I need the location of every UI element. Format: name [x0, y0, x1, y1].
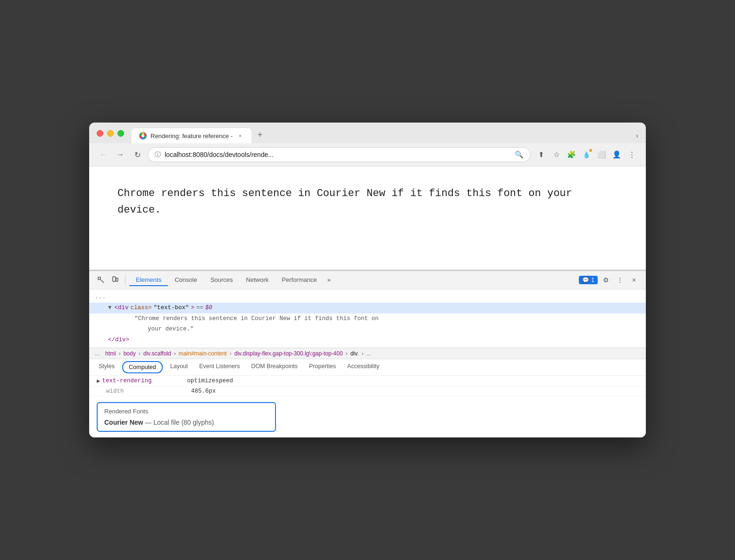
active-tab[interactable]: Rendering: feature reference - × [132, 128, 251, 143]
breadcrumb-body[interactable]: body [124, 350, 136, 357]
share-icon[interactable]: ⬆ [535, 148, 548, 161]
styles-tab-dom-breakpoints[interactable]: DOM Breakpoints [245, 359, 303, 375]
dom-collapse-arrow[interactable]: ▼ [108, 304, 112, 313]
badge-count: 1 [591, 277, 594, 283]
account-icon[interactable]: 👤 [610, 148, 623, 161]
devtools-close-icon[interactable]: × [628, 274, 640, 286]
dom-tag-close: > [191, 304, 195, 313]
breadcrumb-trailing-ellipsis: ... [366, 350, 371, 357]
breadcrumb-div-scaffold[interactable]: div.scaffold [143, 350, 171, 357]
svg-point-2 [142, 134, 144, 137]
svg-line-4 [101, 280, 104, 283]
styles-tab-computed[interactable]: Computed [122, 361, 163, 373]
minimize-traffic-light[interactable] [107, 130, 114, 137]
css-expand-arrow[interactable]: ▶ [97, 377, 100, 385]
page-content: Chrome renders this sentence in Courier … [89, 166, 646, 270]
devtools-tab-console[interactable]: Console [168, 274, 204, 286]
address-bar[interactable]: ⓘ localhost:8080/docs/devtools/rende... … [148, 147, 531, 162]
page-text: Chrome renders this sentence in Courier … [117, 185, 618, 218]
info-icon: ⓘ [155, 150, 161, 159]
chat-icon: 💬 [582, 277, 589, 283]
tabs-area: Rendering: feature reference - × + › [132, 128, 638, 143]
breadcrumb-html[interactable]: html [105, 350, 116, 357]
title-bar: Rendering: feature reference - × + › [89, 123, 646, 143]
css-property-text-rendering: ▶ text-rendering optimizespeed [89, 376, 646, 387]
extensions-icon[interactable]: 🧩 [565, 148, 578, 161]
styles-tab-layout[interactable]: Layout [165, 359, 194, 375]
styles-tab-accessibility[interactable]: Accessibility [342, 359, 385, 375]
forward-button[interactable]: → [114, 148, 127, 161]
devtools-settings-icon[interactable]: ⚙ [600, 274, 612, 286]
new-tab-button[interactable]: + [253, 128, 267, 141]
dom-ellipsis-dots: ... [95, 292, 106, 302]
breadcrumb-bar: ... html › body › div.scaffold › main#ma… [89, 348, 646, 359]
rendered-fonts-title: Rendered Fonts [104, 408, 268, 415]
font-details: — Local file (80 glyphs) [145, 419, 214, 426]
css-prop-value-width: 485.6px [191, 388, 216, 395]
svg-rect-5 [113, 277, 116, 281]
devtools-tab-network[interactable]: Network [240, 274, 276, 286]
devtools-more-tabs[interactable]: » [324, 274, 334, 286]
devtools-tabs: Elements Console Sources Network Perform… [129, 274, 577, 286]
devtools-menu-icon[interactable]: ⋮ [614, 274, 626, 286]
toolbar-actions: ⬆ ☆ 🧩 💧 ⬜ 👤 ⋮ [535, 148, 638, 161]
svg-rect-3 [98, 277, 100, 280]
devtools-tab-performance[interactable]: Performance [275, 274, 323, 286]
dom-tree: ... ▼ <div class= "text-box" > == $0 "Ch… [89, 289, 646, 348]
devtools-toolbar: Elements Console Sources Network Perform… [89, 271, 646, 289]
css-prop-value-text-rendering: optimizespeed [187, 378, 234, 384]
dom-tag-open: <div [115, 304, 129, 313]
rendered-fonts-container: Rendered Fonts Courier New — Local file … [89, 396, 646, 437]
traffic-lights [97, 130, 124, 143]
styles-tab-styles[interactable]: Styles [93, 359, 120, 375]
split-view-icon[interactable]: ⬜ [595, 148, 608, 161]
breadcrumb-div-flex[interactable]: div.display-flex.gap-top-300.lg\:gap-top… [234, 350, 343, 357]
svg-rect-6 [116, 278, 118, 281]
dt-separator-1 [125, 275, 125, 285]
browser-window: Rendering: feature reference - × + › ← →… [89, 123, 646, 437]
rendered-fonts-box: Rendered Fonts Courier New — Local file … [97, 402, 276, 432]
dom-close-div: </div> [108, 336, 129, 345]
devtools-panel: Elements Console Sources Network Perform… [89, 270, 646, 437]
dom-row-ellipsis: ... [89, 291, 646, 303]
css-property-width: width 485.6px [89, 387, 646, 396]
devtools-inspect-icon[interactable] [95, 274, 107, 286]
devtools-tab-sources[interactable]: Sources [204, 274, 240, 286]
devtools-badge[interactable]: 💬 1 [579, 276, 598, 284]
tab-title: Rendering: feature reference - [150, 132, 233, 140]
browser-toolbar: ← → ↻ ⓘ localhost:8080/docs/devtools/ren… [89, 143, 646, 166]
dom-text-content-2: your device." [148, 325, 194, 334]
styles-panel: Styles Computed Layout Event Listeners D… [89, 359, 646, 437]
chrome-favicon-icon [139, 132, 147, 140]
bookmark-icon[interactable]: ☆ [550, 148, 563, 161]
zoom-icon: 🔍 [515, 150, 524, 159]
back-button[interactable]: ← [97, 148, 110, 161]
breadcrumb-div[interactable]: div. [351, 350, 359, 357]
dom-attr-class: class= [131, 304, 152, 313]
devtools-actions: 💬 1 ⚙ ⋮ × [579, 274, 640, 286]
dom-attr-value-class: "text-box" [154, 304, 189, 313]
tab-chevron-button[interactable]: › [636, 132, 638, 143]
styles-tabs: Styles Computed Layout Event Listeners D… [89, 359, 646, 376]
dom-dollar-zero: $0 [205, 304, 212, 313]
breadcrumb-ellipsis: ... [95, 350, 100, 357]
url-display: localhost:8080/docs/devtools/rende... [165, 151, 511, 158]
dom-row-text: "Chrome renders this sentence in Courier… [89, 313, 646, 324]
chrome-menu-icon[interactable]: ⋮ [625, 148, 638, 161]
dom-row-selected[interactable]: ▼ <div class= "text-box" > == $0 [89, 303, 646, 313]
close-traffic-light[interactable] [97, 130, 103, 137]
css-prop-name-width: width [106, 388, 191, 395]
devtools-device-icon[interactable] [109, 274, 121, 286]
dom-row-close-tag: </div> [89, 335, 646, 346]
reload-button[interactable]: ↻ [131, 148, 144, 161]
breadcrumb-main[interactable]: main#main-content [179, 350, 227, 357]
tab-close-button[interactable]: × [236, 132, 244, 140]
font-name: Courier New [104, 419, 143, 426]
styles-tab-event-listeners[interactable]: Event Listeners [193, 359, 245, 375]
dropper-icon[interactable]: 💧 [580, 148, 593, 161]
dom-row-text-2: your device." [89, 324, 646, 335]
styles-tab-properties[interactable]: Properties [303, 359, 342, 375]
rendered-fonts-entry: Courier New — Local file (80 glyphs) [104, 419, 268, 426]
devtools-tab-elements[interactable]: Elements [129, 274, 168, 286]
maximize-traffic-light[interactable] [117, 130, 124, 137]
